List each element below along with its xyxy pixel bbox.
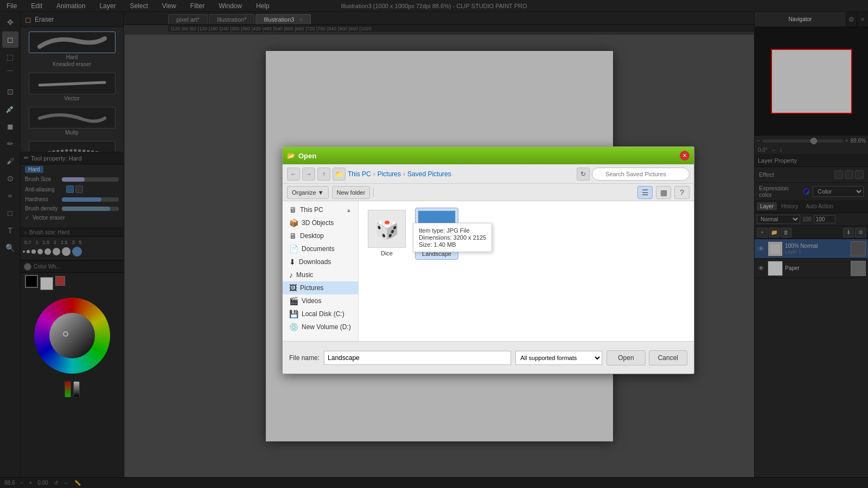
nav-videos[interactable]: 🎬 Videos: [283, 294, 358, 307]
folder-icon-nav: 📁: [333, 168, 346, 181]
nav-new-volume[interactable]: 💿 New Volume (D:): [283, 320, 358, 333]
documents-icon: 📄: [289, 245, 298, 253]
tooltip-dimensions: Dimensions: 3200 x 2125: [419, 234, 486, 241]
search-input[interactable]: [592, 168, 690, 181]
music-icon: ♪: [289, 271, 293, 279]
dialog-file-toolbar: Organize ▼ New folder ☰ ▦ ?: [283, 184, 694, 201]
breadcrumb: This PC › Pictures › Saved Pictures: [348, 170, 575, 178]
dice-filename: Dice: [381, 250, 393, 256]
dialog-title: Open: [298, 152, 676, 160]
local-disk-icon: 💾: [289, 310, 298, 318]
dice-thumbnail: 🎲: [368, 210, 406, 248]
pictures-icon: 🖼: [289, 284, 297, 292]
organize-btn[interactable]: Organize ▼: [287, 186, 329, 199]
new-volume-icon: 💿: [289, 323, 298, 331]
app-background: File Edit Animation Layer Select View Fi…: [0, 0, 868, 488]
3d-objects-icon: 📦: [289, 219, 298, 227]
dialog-overlay: 📂 Open × ← → ↑ 📁 This PC › Pictures › Sa…: [0, 0, 868, 488]
refresh-btn[interactable]: ↻: [577, 168, 590, 181]
nav-desktop[interactable]: 🖥 Desktop: [283, 229, 358, 242]
nav-pictures[interactable]: 🖼 Pictures: [283, 281, 358, 294]
tooltip-size: Size: 1.40 MB: [419, 241, 486, 248]
open-button[interactable]: Open: [607, 350, 645, 365]
file-area: 🎲 Dice Landscape: [359, 201, 694, 341]
crumb-pictures[interactable]: Pictures: [378, 170, 401, 178]
nav-3d-objects[interactable]: 📦 3D Objects: [283, 216, 358, 229]
nav-right-controls: ↻ 🔍: [577, 168, 690, 181]
videos-icon: 🎬: [289, 297, 298, 305]
crumb-this-pc[interactable]: This PC: [348, 170, 371, 178]
dialog-title-icon: 📂: [287, 152, 295, 159]
cancel-button[interactable]: Cancel: [649, 350, 687, 365]
dialog-action-buttons: Open Cancel: [607, 350, 687, 365]
desktop-icon: 🖥: [289, 232, 297, 240]
view-details-btn[interactable]: ☰: [637, 186, 653, 199]
forward-btn[interactable]: →: [302, 168, 315, 181]
back-btn[interactable]: ←: [287, 168, 300, 181]
dialog-sidebar: 🖥 This PC ▲ 📦 3D Objects 🖥 Desktop 📄: [283, 201, 359, 341]
dialog-titlebar: 📂 Open ×: [283, 147, 694, 164]
dialog-body: 🖥 This PC ▲ 📦 3D Objects 🖥 Desktop 📄: [283, 201, 694, 341]
downloads-icon: ⬇: [289, 258, 296, 266]
file-name-label: File name:: [289, 354, 320, 362]
file-dice[interactable]: 🎲 Dice: [365, 208, 409, 260]
nav-music[interactable]: ♪ Music: [283, 268, 358, 281]
new-folder-btn[interactable]: New folder: [332, 186, 371, 199]
dice-image: 🎲: [375, 217, 399, 240]
filename-input[interactable]: [324, 351, 511, 365]
dialog-footer: File name: All supported formats Open Ca…: [283, 341, 694, 374]
open-dialog: 📂 Open × ← → ↑ 📁 This PC › Pictures › Sa…: [282, 146, 694, 374]
nav-documents[interactable]: 📄 Documents: [283, 242, 358, 255]
this-pc-icon: 🖥: [289, 206, 297, 214]
toolbar-sep: [373, 188, 374, 197]
nav-downloads[interactable]: ⬇ Downloads: [283, 255, 358, 268]
organize-chevron: ▼: [318, 189, 324, 196]
expand-arrow: ▲: [346, 207, 352, 213]
file-tooltip: Item type: JPG File Dimensions: 3200 x 2…: [413, 223, 492, 252]
dialog-nav: ← → ↑ 📁 This PC › Pictures › Saved Pictu…: [283, 164, 694, 184]
search-wrapper: 🔍: [592, 168, 690, 181]
nav-local-disk[interactable]: 💾 Local Disk (C:): [283, 307, 358, 320]
dialog-close-btn[interactable]: ×: [680, 151, 690, 160]
help-btn[interactable]: ?: [674, 186, 690, 199]
nav-this-pc[interactable]: 🖥 This PC ▲: [283, 203, 358, 216]
view-large-icons-btn[interactable]: ▦: [656, 186, 671, 199]
up-btn[interactable]: ↑: [317, 168, 330, 181]
tooltip-type: Item type: JPG File: [419, 227, 486, 234]
format-select[interactable]: All supported formats: [515, 351, 602, 365]
crumb-saved-pictures[interactable]: Saved Pictures: [407, 170, 451, 178]
